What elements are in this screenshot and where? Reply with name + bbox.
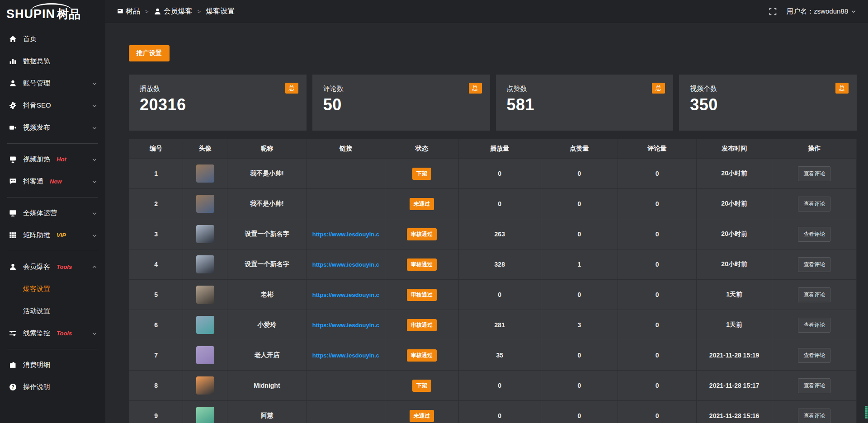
- sidebar-item-matrix-boost[interactable]: 矩阵助推VIP: [0, 224, 105, 246]
- breadcrumb-label: 会员爆客: [164, 7, 193, 16]
- user-icon: [154, 8, 161, 15]
- sidebar-divider: [7, 349, 98, 349]
- cell-comments: 0: [618, 280, 697, 310]
- sidebar-item-douketong[interactable]: 抖客通New: [0, 170, 105, 193]
- breadcrumb-label: 树品: [126, 7, 140, 16]
- view-comments-button[interactable]: 查看评论: [798, 287, 830, 302]
- cell-link: https://www.iesdouyin.c: [307, 310, 385, 340]
- cell-id: 8: [129, 371, 183, 401]
- stat-label: 评论数: [323, 85, 479, 93]
- chevron-down-icon: [92, 157, 97, 162]
- status-badge: 审核通过: [407, 289, 437, 301]
- menu-tag: Tools: [57, 330, 72, 337]
- view-comments-button[interactable]: 查看评论: [798, 348, 830, 363]
- user-menu[interactable]: 用户名：zswodun88: [787, 7, 856, 16]
- total-badge: 总: [285, 83, 298, 94]
- stat-card: 评论数50总: [312, 75, 490, 131]
- cell-link: [307, 189, 385, 219]
- sidebar-menu: 首页数据总览账号管理抖音SEO视频发布视频加热Hot抖客通New全媒体运营矩阵助…: [0, 28, 105, 398]
- sidebar-item-clue-monitor[interactable]: 线索监控Tools: [0, 322, 105, 344]
- cell-status: 审核通过: [385, 249, 459, 280]
- cell-avatar: [183, 340, 227, 371]
- column-header: 编号: [129, 139, 183, 159]
- column-header: 链接: [307, 139, 385, 159]
- profile-link[interactable]: https://www.iesdouyin.c: [312, 322, 379, 329]
- sidebar-item-home[interactable]: 首页: [0, 28, 105, 50]
- breadcrumb-label: 爆客设置: [206, 7, 235, 16]
- sidebar-item-media-ops[interactable]: 全媒体运营: [0, 202, 105, 224]
- scrollbar-thumb[interactable]: [865, 406, 868, 418]
- fullscreen-icon[interactable]: [769, 8, 777, 15]
- sidebar-item-video-publish[interactable]: 视频发布: [0, 117, 105, 139]
- profile-link[interactable]: https://www.iesdouyin.c: [312, 291, 379, 298]
- sidebar-subitem-activity-settings[interactable]: 活动设置: [0, 300, 105, 322]
- sidebar-item-account-manage[interactable]: 账号管理: [0, 72, 105, 94]
- cell-link: [307, 401, 385, 423]
- svg-text:?: ?: [11, 385, 14, 390]
- view-comments-button[interactable]: 查看评论: [798, 409, 830, 423]
- table-row: 5老彬https://www.iesdouyin.c审核通过0001天前查看评论: [129, 280, 857, 310]
- monitor-icon: [8, 209, 17, 217]
- breadcrumb-separator: >: [145, 8, 149, 15]
- profile-link[interactable]: https://www.iesdouyin.c: [312, 231, 379, 238]
- view-comments-button[interactable]: 查看评论: [798, 378, 830, 393]
- column-header: 点赞量: [541, 139, 618, 159]
- cell-nickname: 小爱玲: [227, 310, 307, 340]
- app-window: SHUPIN 树品 首页数据总览账号管理抖音SEO视频发布视频加热Hot抖客通N…: [0, 0, 868, 423]
- breadcrumb: 树品>会员爆客>爆客设置: [117, 7, 235, 16]
- cell-id: 4: [129, 249, 183, 280]
- sidebar-subitem-baoke-settings[interactable]: 爆客设置: [0, 278, 105, 300]
- avatar: [196, 164, 214, 183]
- menu-tag: Hot: [57, 156, 66, 163]
- cell-avatar: [183, 310, 227, 340]
- status-badge: 审核通过: [407, 228, 437, 240]
- cell-nickname: 设置一个新名字: [227, 249, 307, 280]
- home-icon: [8, 35, 17, 43]
- gear-icon: [8, 102, 17, 109]
- table-row: 8Midnight下架0002021-11-28 15:17查看评论: [129, 371, 857, 401]
- status-badge: 审核通过: [407, 258, 437, 271]
- breadcrumb-item[interactable]: 爆客设置: [206, 7, 235, 16]
- profile-link[interactable]: https://www.iesdouyin.c: [312, 261, 379, 268]
- cell-publish-time: 2021-11-28 15:16: [696, 401, 772, 423]
- cell-nickname: Midnight: [227, 371, 307, 401]
- breadcrumb-item[interactable]: 会员爆客: [154, 7, 193, 16]
- promo-settings-button[interactable]: 推广设置: [129, 45, 170, 61]
- cell-avatar: [183, 159, 227, 189]
- cell-link: https://www.iesdouyin.c: [307, 219, 385, 249]
- cell-likes: 0: [541, 189, 618, 219]
- total-badge: 总: [835, 83, 849, 94]
- sidebar-item-video-heat[interactable]: 视频加热Hot: [0, 148, 105, 170]
- view-comments-button[interactable]: 查看评论: [798, 197, 830, 212]
- chevron-down-icon: [92, 103, 97, 108]
- cell-publish-time: 1天前: [696, 280, 772, 310]
- cell-publish-time: 20小时前: [696, 249, 772, 280]
- sidebar-item-label: 抖音SEO: [23, 101, 51, 110]
- cell-avatar: [183, 280, 227, 310]
- cell-comments: 0: [618, 371, 697, 401]
- sidebar-item-data-overview[interactable]: 数据总览: [0, 50, 105, 72]
- cell-comments: 0: [618, 340, 697, 371]
- breadcrumb-item[interactable]: 树品: [117, 7, 140, 16]
- cell-action: 查看评论: [772, 249, 857, 280]
- cell-comments: 0: [618, 401, 697, 423]
- cell-id: 5: [129, 280, 183, 310]
- question-icon: ?: [8, 383, 17, 391]
- status-badge: 审核通过: [407, 349, 437, 362]
- grid-icon: [8, 231, 17, 239]
- sidebar-item-operation-guide[interactable]: ?操作说明: [0, 376, 105, 398]
- view-comments-button[interactable]: 查看评论: [798, 257, 830, 272]
- sidebar-item-member-baoke[interactable]: 会员爆客Tools: [0, 256, 105, 278]
- sliders-icon: [8, 329, 17, 337]
- cell-status: 审核通过: [385, 340, 459, 371]
- view-comments-button[interactable]: 查看评论: [798, 227, 830, 242]
- cell-likes: 3: [541, 310, 618, 340]
- view-comments-button[interactable]: 查看评论: [798, 318, 830, 333]
- view-comments-button[interactable]: 查看评论: [798, 166, 830, 181]
- chevron-down-icon: [92, 331, 97, 336]
- sidebar-item-consume-detail[interactable]: 消费明细: [0, 354, 105, 376]
- table-header-row: 编号头像昵称链接状态播放量点赞量评论量发布时间操作: [129, 139, 857, 159]
- table-row: 7老人开店https://www.iesdouyin.c审核通过35002021…: [129, 340, 857, 371]
- profile-link[interactable]: https://www.iesdouyin.c: [312, 352, 379, 359]
- sidebar-item-douyin-seo[interactable]: 抖音SEO: [0, 94, 105, 117]
